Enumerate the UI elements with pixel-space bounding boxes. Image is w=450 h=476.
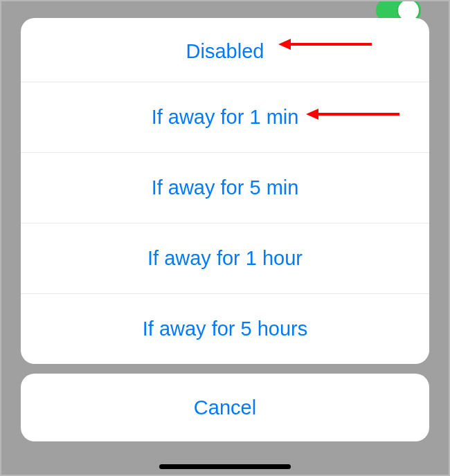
- option-away-1min[interactable]: If away for 1 min: [21, 82, 429, 152]
- action-sheet: Disabled If away for 1 min If away for 5…: [21, 18, 429, 461]
- cancel-button[interactable]: Cancel: [21, 374, 429, 441]
- cancel-container: Cancel: [21, 374, 429, 441]
- option-disabled[interactable]: Disabled: [21, 18, 429, 82]
- option-label: If away for 5 hours: [143, 318, 308, 340]
- cancel-label: Cancel: [194, 396, 256, 419]
- option-label: If away for 1 hour: [147, 247, 303, 270]
- options-list: Disabled If away for 1 min If away for 5…: [21, 18, 429, 364]
- option-label: Disabled: [186, 40, 264, 63]
- option-away-1hour[interactable]: If away for 1 hour: [21, 223, 429, 293]
- home-indicator: [159, 464, 291, 469]
- option-away-5min[interactable]: If away for 5 min: [21, 152, 429, 223]
- option-away-5hours[interactable]: If away for 5 hours: [21, 293, 429, 364]
- option-label: If away for 1 min: [152, 106, 299, 129]
- option-label: If away for 5 min: [152, 176, 299, 199]
